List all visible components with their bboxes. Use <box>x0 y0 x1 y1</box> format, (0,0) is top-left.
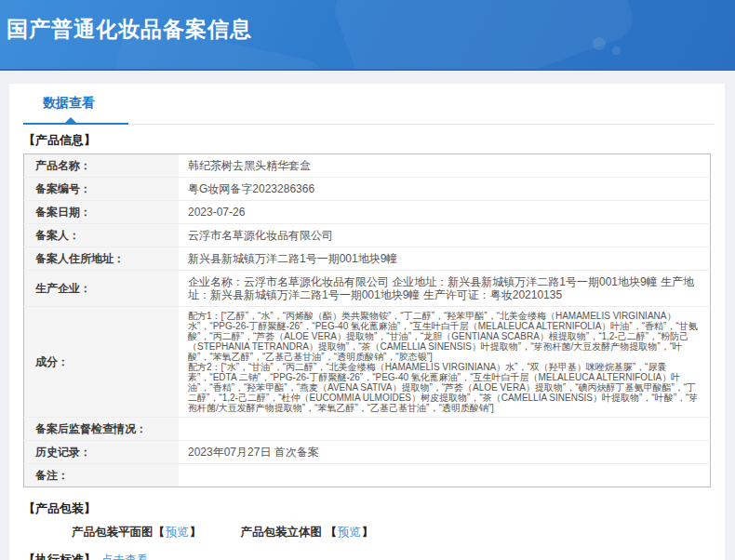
bracket: 】 <box>362 526 374 539</box>
row-value: 企业名称：云浮市名草源化妆品有限公司 企业地址：新兴县新城镇万洋二路1号一期00… <box>179 271 711 307</box>
table-row-remarks: 备注： <box>24 464 711 487</box>
row-label: 备案人住所地址： <box>24 247 180 271</box>
tab-bar-divider <box>128 124 714 125</box>
ingredients-formula-1: 配方1：[“乙醇”，“水”，“丙烯酸（酯）类共聚物铵”，“丁二醇”，“羟苯甲酯”… <box>188 311 701 362</box>
row-value: 2023年07月27日 首次备案 <box>179 441 711 464</box>
table-row-filer: 备案人： 云浮市名草源化妆品有限公司 <box>24 224 711 247</box>
packaging-preview-line: 产品包装平面图【预览】产品包装立体图 【预览】 <box>72 525 725 540</box>
row-label: 备案人： <box>24 224 180 247</box>
row-value: 新兴县新城镇万洋二路1号一期001地块9幢 <box>179 247 711 271</box>
row-label: 备案编号： <box>24 178 180 201</box>
packaging-flat-label: 产品包装平面图 <box>72 526 154 539</box>
packaging-flat-preview-link[interactable]: 预览 <box>166 526 189 539</box>
row-label: 备注： <box>24 464 180 487</box>
row-label: 备案后监督检查情况： <box>24 418 180 441</box>
row-label: 成分： <box>24 307 180 418</box>
execution-standard-view-link[interactable]: 点击查看 <box>101 553 148 560</box>
tab-data-view[interactable]: 数据查看 <box>43 95 95 112</box>
section-heading-product-info: 【产品信息】 <box>23 132 725 149</box>
execution-standard-line: 【执行标准】点击查看 <box>23 552 725 560</box>
packaging-stereo-label: 产品包装立体图 <box>241 526 326 539</box>
row-label: 历史记录： <box>24 441 180 464</box>
header-decoration-dot <box>593 37 606 50</box>
row-value: 粤G妆网备字2023286366 <box>179 178 711 201</box>
tab-bar: 数据查看 <box>9 84 725 125</box>
row-value <box>179 418 711 441</box>
ingredients-formula-2: 配方2：[“水”，“甘油”，“丙二醇”，“北美金缕梅（HAMAMELIS VIR… <box>188 362 701 413</box>
bracket: 【 <box>154 526 166 539</box>
tab-active-underline <box>23 123 128 125</box>
table-row-ingredients: 成分： 配方1：[“乙醇”，“水”，“丙烯酸（酯）类共聚物铵”，“丁二醇”，“羟… <box>24 307 711 418</box>
row-value-ingredients: 配方1：[“乙醇”，“水”，“丙烯酸（酯）类共聚物铵”，“丁二醇”，“羟苯甲酯”… <box>179 307 711 418</box>
row-label: 产品名称： <box>24 154 180 178</box>
page-header: 国产普通化妆品备案信息 <box>0 0 735 71</box>
section-heading-packaging: 【产品包装】 <box>23 500 725 517</box>
row-label: 备案日期： <box>24 201 180 224</box>
bracket: 】 <box>190 526 202 539</box>
row-value <box>179 464 711 487</box>
table-row-product-name: 产品名称： 韩纪茶树去黑头精华套盒 <box>24 154 711 178</box>
page-title: 国产普通化妆品备案信息 <box>7 15 252 44</box>
section-heading-execution-standard: 【执行标准】 <box>23 553 96 560</box>
product-info-table: 产品名称： 韩纪茶树去黑头精华套盒 备案编号： 粤G妆网备字2023286366… <box>23 153 711 487</box>
tab-active-arrow-icon <box>65 117 76 123</box>
page: 国产普通化妆品备案信息 数据查看 【产品信息】 产品名称： 韩纪茶树去黑头精华套… <box>0 0 735 560</box>
packaging-stereo-group: 产品包装立体图 【预览】 <box>241 526 374 539</box>
content-panel: 数据查看 【产品信息】 产品名称： 韩纪茶树去黑头精华套盒 备案编号： 粤G妆网… <box>9 84 725 560</box>
table-row-filer-address: 备案人住所地址： 新兴县新城镇万洋二路1号一期001地块9幢 <box>24 247 711 271</box>
table-row-supervision-check: 备案后监督检查情况： <box>24 418 711 441</box>
packaging-stereo-preview-link[interactable]: 预览 <box>338 526 361 539</box>
table-row-history: 历史记录： 2023年07月27日 首次备案 <box>24 441 711 464</box>
row-value: 云浮市名草源化妆品有限公司 <box>179 224 711 247</box>
row-value: 2023-07-26 <box>179 201 711 224</box>
row-label: 生产企业： <box>24 271 180 307</box>
table-row-manufacturer: 生产企业： 企业名称：云浮市名草源化妆品有限公司 企业地址：新兴县新城镇万洋二路… <box>24 271 711 307</box>
bracket: 【 <box>325 526 337 539</box>
table-row-filing-date: 备案日期： 2023-07-26 <box>24 201 711 224</box>
header-decoration-dot <box>612 47 621 55</box>
header-decoration <box>328 0 638 71</box>
table-row-filing-number: 备案编号： 粤G妆网备字2023286366 <box>24 178 711 201</box>
row-value: 韩纪茶树去黑头精华套盒 <box>179 154 711 178</box>
